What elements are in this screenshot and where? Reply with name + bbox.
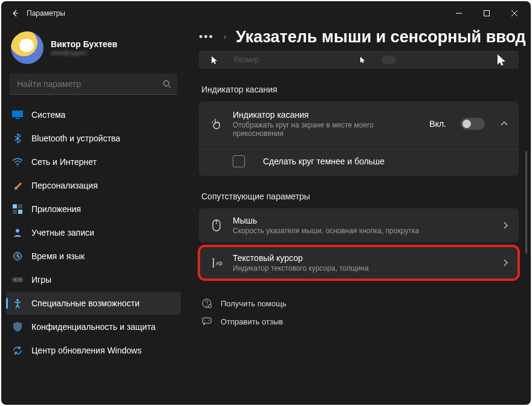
nav-label: Специальные возможности bbox=[31, 298, 140, 308]
user-icon bbox=[12, 227, 23, 238]
nav-label: Игры bbox=[31, 275, 51, 285]
maximize-icon bbox=[484, 10, 490, 16]
profile-email: имя@адрес bbox=[51, 49, 117, 56]
update-icon bbox=[12, 345, 23, 356]
textcursor-title: Текстовый курсор bbox=[233, 253, 493, 263]
search-input[interactable] bbox=[16, 79, 163, 89]
close-button[interactable] bbox=[501, 4, 528, 23]
wifi-icon bbox=[12, 156, 23, 167]
nav-time[interactable]: Время и язык bbox=[6, 245, 181, 268]
svg-rect-11 bbox=[12, 277, 23, 282]
mouse-sub: Скорость указателя мыши, основная кнопка… bbox=[233, 227, 493, 235]
breadcrumb-more[interactable]: ••• bbox=[199, 31, 214, 44]
svg-text:Ab: Ab bbox=[216, 260, 222, 266]
svg-point-23 bbox=[208, 320, 209, 321]
text-cursor-icon: Ab bbox=[210, 256, 223, 269]
nav-label: Приложения bbox=[31, 204, 81, 214]
touch-row-sub: Отображать круг на экране в месте моего … bbox=[233, 121, 420, 138]
nav-network[interactable]: Сеть и Интернет bbox=[6, 150, 181, 173]
content-area: ••• › Указатель мыши и сенсорный ввод Ра… bbox=[186, 25, 531, 405]
cursor-icon bbox=[211, 56, 218, 64]
touch-toggle[interactable] bbox=[461, 118, 485, 130]
chevron-right-icon bbox=[503, 259, 508, 266]
search-icon bbox=[163, 80, 171, 88]
sidebar: Виктор Бухтеев имя@адрес Система Bluetoo… bbox=[1, 25, 186, 405]
nav-bluetooth[interactable]: Bluetooth и устройства bbox=[6, 127, 181, 150]
slider-track[interactable] bbox=[381, 56, 396, 64]
mouse-icon bbox=[210, 219, 223, 232]
nav-label: Bluetooth и устройства bbox=[31, 134, 120, 143]
avatar bbox=[11, 31, 44, 64]
darker-label: Сделать круг темнее и больше bbox=[263, 156, 384, 166]
related-mouse-link[interactable]: Мышь Скорость указателя мыши, основная к… bbox=[199, 208, 519, 242]
bluetooth-icon bbox=[12, 133, 23, 144]
arrow-left-icon bbox=[10, 8, 20, 18]
nav-label: Конфиденциальность и защита bbox=[31, 322, 155, 332]
feedback-link[interactable]: Отправить отзыв bbox=[199, 312, 531, 330]
nav-list: Система Bluetooth и устройства Сеть и Ин… bbox=[5, 103, 182, 362]
touch-indicator-card: Индикатор касания Отображать круг на экр… bbox=[199, 102, 519, 176]
chevron-up-icon[interactable] bbox=[501, 121, 508, 126]
maximize-button[interactable] bbox=[473, 4, 501, 23]
settings-window: Параметры Виктор Бухтеев имя@адрес bbox=[1, 1, 531, 405]
touch-row-title: Индикатор касания bbox=[233, 110, 420, 120]
shield-icon bbox=[12, 321, 23, 332]
nav-label: Персонализация bbox=[31, 181, 98, 190]
textcursor-sub: Индикатор текстового курсора, толщина bbox=[233, 264, 493, 272]
touch-icon bbox=[210, 117, 223, 130]
cursor-large-icon bbox=[497, 54, 507, 66]
svg-rect-21 bbox=[203, 318, 211, 323]
breadcrumb: ••• › Указатель мыши и сенсорный ввод bbox=[199, 25, 531, 48]
svg-point-4 bbox=[17, 165, 18, 166]
toggle-state: Вкл. bbox=[429, 119, 446, 129]
brush-icon bbox=[12, 180, 23, 191]
nav-privacy[interactable]: Конфиденциальность и защита bbox=[6, 315, 181, 338]
scrollbar[interactable] bbox=[525, 151, 527, 254]
size-label: Размер bbox=[234, 56, 259, 64]
accessibility-icon bbox=[12, 298, 23, 309]
apps-icon bbox=[12, 204, 23, 214]
size-row-partial[interactable]: Размер bbox=[199, 51, 519, 69]
svg-rect-0 bbox=[484, 11, 490, 16]
svg-point-1 bbox=[164, 81, 169, 86]
svg-rect-2 bbox=[12, 111, 23, 117]
svg-point-19 bbox=[206, 305, 207, 306]
profile-name: Виктор Бухтеев bbox=[51, 39, 117, 49]
minimize-button[interactable] bbox=[445, 4, 473, 23]
nav-personalization[interactable]: Персонализация bbox=[6, 174, 181, 197]
touch-darker-row[interactable]: Сделать круг темнее и больше bbox=[199, 146, 519, 176]
page-title: Указатель мыши и сенсорный ввод bbox=[236, 28, 526, 47]
darker-checkbox[interactable] bbox=[233, 155, 245, 167]
mouse-title: Мышь bbox=[233, 216, 493, 225]
close-icon bbox=[511, 10, 517, 16]
back-button[interactable] bbox=[4, 2, 27, 25]
svg-rect-8 bbox=[18, 210, 22, 214]
help-link[interactable]: Получить помощь bbox=[199, 294, 531, 312]
svg-point-13 bbox=[19, 279, 21, 280]
touch-indicator-row[interactable]: Индикатор касания Отображать круг на экр… bbox=[199, 102, 519, 146]
nav-system[interactable]: Система bbox=[6, 103, 181, 126]
nav-update[interactable]: Центр обновления Windows bbox=[6, 339, 181, 362]
nav-accessibility[interactable]: Специальные возможности bbox=[6, 292, 181, 315]
nav-gaming[interactable]: Игры bbox=[6, 268, 181, 291]
nav-accounts[interactable]: Учетные записи bbox=[6, 221, 181, 244]
svg-point-22 bbox=[204, 320, 206, 321]
svg-point-12 bbox=[15, 279, 16, 280]
footer-links: Получить помощь Отправить отзыв bbox=[199, 294, 531, 337]
svg-rect-7 bbox=[13, 210, 17, 214]
nav-label: Время и язык bbox=[31, 251, 85, 261]
clock-icon bbox=[12, 251, 23, 262]
profile-block[interactable]: Виктор Бухтеев имя@адрес bbox=[5, 25, 182, 74]
nav-label: Система bbox=[31, 110, 65, 120]
svg-point-20 bbox=[209, 305, 212, 308]
search-box[interactable] bbox=[10, 74, 177, 95]
nav-apps[interactable]: Приложения bbox=[6, 198, 181, 221]
nav-label: Сеть и Интернет bbox=[31, 157, 97, 167]
related-text-cursor-link[interactable]: Ab Текстовый курсор Индикатор текстового… bbox=[199, 246, 519, 280]
svg-rect-5 bbox=[13, 204, 17, 208]
feedback-icon bbox=[201, 316, 212, 327]
section-touch-heading: Индикатор касания bbox=[201, 85, 531, 94]
help-icon bbox=[201, 298, 212, 309]
nav-label: Учетные записи bbox=[31, 228, 94, 237]
svg-rect-6 bbox=[18, 204, 22, 208]
